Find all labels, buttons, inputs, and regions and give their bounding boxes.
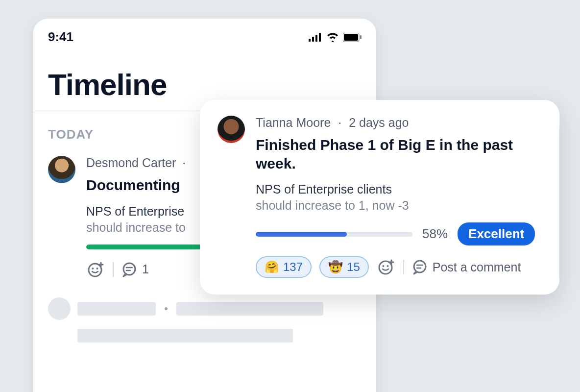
progress-percent: 58% <box>422 226 448 242</box>
reaction-chip-cowboy[interactable]: 🤠 15 <box>319 256 369 278</box>
progress-row: 58% Excellent <box>256 222 542 245</box>
emoji-hug-icon: 🤗 <box>265 260 279 274</box>
svg-rect-0 <box>309 39 311 42</box>
meta-separator: · <box>338 116 341 129</box>
reaction-chip-hug[interactable]: 🤗 137 <box>256 256 312 278</box>
post-meta: Tianna Moore · 2 days ago <box>256 116 542 130</box>
comment-prompt-label: Post a comment <box>433 260 521 274</box>
svg-point-20 <box>414 261 426 272</box>
add-reaction-button[interactable] <box>377 258 395 276</box>
meta-separator: · <box>182 156 186 170</box>
svg-rect-6 <box>360 35 362 39</box>
status-icons <box>309 32 362 42</box>
svg-point-8 <box>92 268 94 270</box>
author-name: Tianna Moore <box>256 116 331 129</box>
svg-rect-2 <box>315 35 317 42</box>
svg-point-12 <box>123 263 135 275</box>
comment-icon <box>121 262 137 277</box>
add-reaction-button[interactable] <box>86 260 105 279</box>
cellular-icon <box>309 33 322 42</box>
skeleton-bar <box>176 302 323 316</box>
avatar[interactable] <box>218 116 245 143</box>
skeleton-row <box>33 329 376 351</box>
status-badge: Excellent <box>458 222 535 245</box>
svg-point-15 <box>379 261 392 274</box>
svg-point-9 <box>97 268 98 270</box>
svg-point-7 <box>89 264 101 276</box>
comment-icon <box>412 259 428 275</box>
reaction-count: 137 <box>283 260 303 274</box>
kr-metric-name: NPS of Enterprise clients <box>256 182 542 196</box>
add-reaction-icon <box>87 261 104 278</box>
actions-row: 🤗 137 🤠 15 Post a comment <box>256 256 542 278</box>
post-detail-card: Tianna Moore · 2 days ago Finished Phase… <box>200 100 559 294</box>
svg-rect-1 <box>312 37 314 42</box>
emoji-cowboy-icon: 🤠 <box>328 260 343 274</box>
status-bar: 9:41 <box>33 19 376 49</box>
svg-point-17 <box>387 265 388 267</box>
progress-track <box>256 232 412 237</box>
comment-count: 1 <box>142 262 149 276</box>
avatar[interactable] <box>48 156 75 183</box>
vertical-divider <box>113 262 114 277</box>
skeleton-bar <box>77 302 156 316</box>
skeleton-bar <box>77 329 293 343</box>
author-name: Desmond Carter <box>86 156 176 170</box>
post-body: Tianna Moore · 2 days ago Finished Phase… <box>256 116 542 278</box>
battery-icon <box>343 33 362 42</box>
reaction-count: 15 <box>347 260 360 274</box>
svg-point-16 <box>382 265 384 267</box>
status-time: 9:41 <box>48 29 73 45</box>
vertical-divider <box>403 260 404 274</box>
progress-fill <box>256 232 347 237</box>
skeleton-dot <box>165 307 168 310</box>
add-reaction-icon <box>378 259 394 275</box>
post-comment-button[interactable]: Post a comment <box>412 259 521 275</box>
wifi-icon <box>326 32 339 42</box>
svg-rect-5 <box>344 34 358 41</box>
kr-metric-target: should increase to 1, now -3 <box>256 198 542 213</box>
post-title: Finished Phase 1 of Big E in the past we… <box>256 136 542 172</box>
timeline-post: Tianna Moore · 2 days ago Finished Phase… <box>218 116 542 278</box>
comment-button[interactable]: 1 <box>121 262 149 277</box>
svg-rect-3 <box>319 33 321 42</box>
timestamp: 2 days ago <box>349 116 409 129</box>
skeleton-avatar <box>48 297 71 320</box>
